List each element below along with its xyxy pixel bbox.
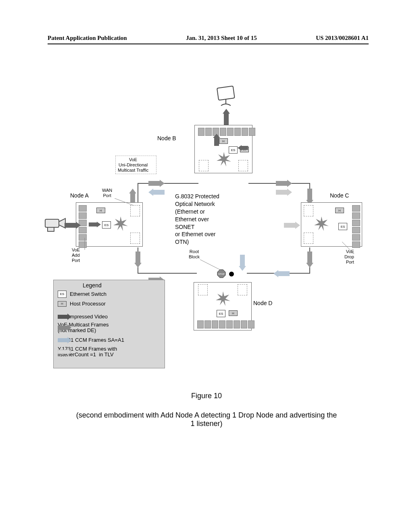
svg-marker-1 <box>148 189 165 196</box>
network-diagram: Node B H ES H Node A <box>48 81 362 371</box>
figure-desc: (second embodiment with Add Node A detec… <box>0 411 413 428</box>
svg-marker-0 <box>148 180 165 187</box>
arrow-ba-in <box>148 189 165 196</box>
legend-row-uncompressed: Uncompressed Video <box>58 314 108 320</box>
arrow-c-down2 <box>306 251 313 268</box>
switch-star-d <box>216 291 230 306</box>
chip-es-d: ES <box>217 310 225 317</box>
arrow-d-down <box>239 255 246 271</box>
chip-hp-d: H <box>229 310 238 316</box>
svg-line-31 <box>200 260 222 271</box>
arrow-c-in <box>284 222 300 229</box>
header-center: Jan. 31, 2013 Sheet 10 of 15 <box>186 35 257 42</box>
switch-star-a <box>113 216 128 231</box>
svg-marker-15 <box>213 134 220 146</box>
port-a-bottom <box>130 233 140 244</box>
label-network: G.8032 Protected Optical Network (Ethern… <box>175 193 219 246</box>
port-c-bottom <box>304 233 313 244</box>
figure-caption: Figure 10 <box>0 392 413 400</box>
node-d: ES H <box>194 282 252 330</box>
arrow-b-to-monitor <box>223 109 230 125</box>
label-node-c: Node C <box>330 192 349 199</box>
svg-line-27 <box>342 242 354 254</box>
switch-star-b <box>217 152 231 166</box>
leader-root <box>200 260 224 272</box>
svg-marker-22 <box>89 222 101 227</box>
svg-marker-6 <box>134 251 142 268</box>
page-header: Patent Application Publication Jan. 31, … <box>0 35 413 42</box>
svg-marker-8 <box>273 270 290 277</box>
root-block-dot <box>229 272 234 276</box>
svg-marker-33 <box>58 324 71 331</box>
svg-marker-9 <box>306 251 313 268</box>
label-voe-add: VoE Add Port <box>72 247 80 264</box>
svg-marker-34 <box>58 337 71 343</box>
node-c: H ES <box>301 202 362 247</box>
chip-es-c: ES <box>338 223 347 230</box>
svg-marker-14 <box>223 109 230 125</box>
svg-marker-10 <box>239 255 246 271</box>
svg-marker-11 <box>217 152 231 166</box>
svg-rect-12 <box>217 86 235 100</box>
header-right: US 2013/0028601 A1 <box>316 35 369 42</box>
arrow-camera-in <box>65 222 81 229</box>
leader-add <box>83 238 88 250</box>
port-a-top <box>130 205 140 216</box>
arrow-a-internal <box>89 222 101 227</box>
switch-star-c <box>314 216 329 231</box>
chip-hp-b: H <box>219 138 228 144</box>
legend-row-voe: VoE Multicast Frames (not marked DE) <box>58 322 108 334</box>
port-b-left <box>199 160 209 171</box>
label-node-b: Node B <box>157 135 176 142</box>
svg-marker-35 <box>58 349 71 355</box>
svg-marker-17 <box>113 216 128 231</box>
voe-multicast-box <box>115 156 156 174</box>
camera-icon <box>44 214 67 233</box>
legend-row-ccm1: Y.1731 CCM Frames SA=A1 <box>58 337 124 343</box>
legend-row-es: ES Ethernet Switch <box>58 291 106 298</box>
arrow-cb-in <box>276 189 292 196</box>
label-wan-port: WAN Port <box>102 188 112 198</box>
label-node-d: Node D <box>253 300 272 307</box>
legend-row-hp: H Host Processor <box>58 301 106 307</box>
chip-hp-c: H <box>335 208 344 213</box>
arrow-b-internal-left <box>238 145 248 151</box>
leader-drop <box>342 242 354 254</box>
monitor-icon <box>215 85 237 107</box>
chip-es-a: ES <box>102 221 111 229</box>
header-rule <box>48 44 369 44</box>
svg-marker-25 <box>314 216 329 231</box>
port-d-left <box>198 284 208 295</box>
label-node-a: Node A <box>70 192 89 199</box>
legend-row-ccm2: Y.1731 CCM Frames with listenerCount =1 … <box>58 346 117 358</box>
svg-rect-18 <box>45 219 59 227</box>
leader-wan <box>115 198 135 206</box>
port-d-right <box>238 284 247 295</box>
svg-marker-16 <box>238 145 248 151</box>
arrow-b-internal-up <box>213 134 220 146</box>
port-b-right <box>238 160 248 171</box>
svg-rect-20 <box>48 227 54 231</box>
legend: Legend ES Ethernet Switch H Host Process… <box>53 280 165 368</box>
header-left: Patent Application Publication <box>48 35 127 42</box>
arrow-dc-in <box>273 270 290 277</box>
svg-text:STOP: STOP <box>218 273 225 275</box>
svg-marker-32 <box>58 314 71 320</box>
arrow-a-down <box>134 251 142 268</box>
svg-marker-28 <box>216 291 230 306</box>
label-root-block: Root Block <box>189 249 200 260</box>
port-c-top <box>304 205 313 216</box>
legend-title: Legend <box>83 282 102 289</box>
arrow-bc-out <box>276 180 292 187</box>
svg-marker-21 <box>65 222 81 229</box>
svg-line-23 <box>115 198 134 206</box>
svg-marker-3 <box>276 180 292 187</box>
chip-hp-a: H <box>96 208 105 213</box>
svg-marker-26 <box>284 222 300 229</box>
arrow-ab-out <box>148 180 165 187</box>
svg-marker-4 <box>276 189 292 196</box>
